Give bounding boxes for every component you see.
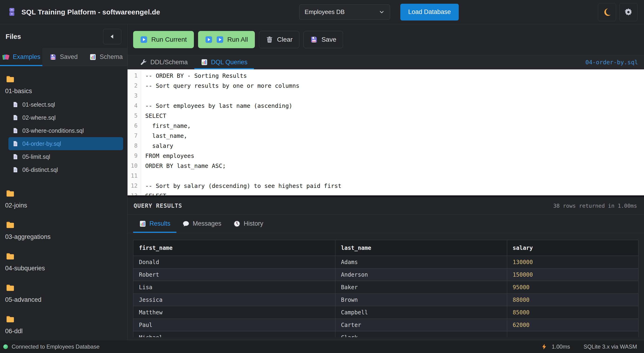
line-number: 3: [128, 91, 141, 101]
file-icon: [12, 140, 18, 147]
tab-messages[interactable]: Messages: [176, 214, 228, 233]
cell-first-name: Paul: [133, 319, 336, 331]
code-line: -- Sort by salary (descending) to see hi…: [145, 181, 644, 191]
bar-chart-icon: [201, 59, 208, 66]
line-number-gutter: 1 2 3 4 5 6 7 8 9 10 11 12 13: [128, 69, 141, 195]
play-icon: [205, 36, 212, 43]
cell-last-name: Campbell: [336, 306, 507, 319]
connection-text: Connected to Employees Database: [12, 343, 100, 350]
sql-code-editor[interactable]: 1 2 3 4 5 6 7 8 9 10 11 12 13 -- ORDER B…: [128, 69, 644, 195]
file-icon: [12, 114, 18, 121]
folder-01-basics[interactable]: 01-basics: [0, 69, 127, 95]
clear-button[interactable]: Clear: [259, 31, 299, 48]
file-label: 05-limit.sql: [22, 153, 50, 160]
panel-resize-handle[interactable]: [128, 195, 644, 197]
tab-label: Schema: [100, 53, 123, 61]
app-window: SQL Training Platform - softwareengel.de…: [0, 0, 644, 353]
folder-02-joins[interactable]: 02-joins: [0, 184, 127, 209]
table-row: Paul Carter 62000: [133, 319, 638, 331]
folder-label: 02-joins: [5, 202, 122, 209]
chevron-down-icon: [379, 9, 385, 15]
run-current-button[interactable]: Run Current: [133, 31, 194, 48]
tab-history[interactable]: History: [228, 214, 269, 233]
code-line: -- ORDER BY - Sorting Results: [145, 71, 644, 81]
cell-salary: [507, 331, 638, 337]
cell-first-name: Jessica: [133, 294, 336, 306]
file-06-distinct[interactable]: 06-distinct.sql: [8, 163, 123, 176]
results-table-container[interactable]: first_name last_name salary Donald Adams…: [133, 240, 638, 337]
main-content: Run Current Run All Clear Save: [128, 24, 644, 340]
tab-label: Messages: [193, 220, 221, 227]
code-line: SELECT: [145, 191, 644, 195]
line-number: 4: [128, 101, 141, 111]
file-05-limit[interactable]: 05-limit.sql: [8, 150, 123, 163]
file-label: 02-where.sql: [22, 114, 56, 121]
line-number: 2: [128, 81, 141, 91]
status-bar: Connected to Employees Database 1.00ms S…: [0, 340, 644, 353]
folder-label: 01-basics: [5, 88, 122, 95]
file-04-order-by[interactable]: 04-order-by.sql: [8, 137, 123, 150]
code-line: [145, 91, 644, 101]
tab-saved[interactable]: Saved: [42, 48, 85, 66]
line-number: 6: [128, 121, 141, 131]
database-icon: [7, 7, 17, 18]
cell-first-name: Donald: [133, 256, 336, 268]
run-all-button[interactable]: Run All: [198, 31, 255, 48]
folder-icon: [5, 220, 15, 230]
table-row: Donald Adams 130000: [133, 256, 638, 268]
table-row: Matthew Campbell 85000: [133, 306, 638, 319]
file-03-where-conditions[interactable]: 03-where-conditions.sql: [8, 124, 123, 137]
cell-salary: 85000: [507, 306, 638, 319]
folder-05-advanced[interactable]: 05-advanced: [0, 278, 127, 303]
cell-last-name: Adams: [336, 256, 507, 268]
file-icon: [12, 153, 18, 160]
cell-salary: 130000: [507, 256, 638, 268]
save-button[interactable]: Save: [304, 31, 343, 48]
folder-03-aggregations[interactable]: 03-aggregations: [0, 215, 127, 240]
tab-label: Results: [150, 220, 170, 227]
wrench-icon: [140, 59, 147, 66]
folder-04-subqueries[interactable]: 04-subqueries: [0, 247, 127, 272]
file-label: 06-distinct.sql: [22, 166, 58, 173]
gear-icon: [624, 8, 633, 17]
theme-toggle-button[interactable]: [598, 3, 616, 21]
bar-chart-icon: [89, 54, 96, 61]
database-select[interactable]: Employees DB: [299, 5, 390, 20]
code-line: FROM employees: [145, 151, 644, 161]
tab-ddl-schema[interactable]: DDL/Schema: [134, 55, 194, 69]
load-database-button[interactable]: Load Database: [400, 4, 459, 21]
line-number: 9: [128, 151, 141, 161]
basics-files: 01-select.sql 02-where.sql 03-where-cond…: [0, 98, 127, 178]
file-01-select[interactable]: 01-select.sql: [8, 98, 123, 111]
collapse-sidebar-button[interactable]: [103, 29, 121, 44]
engine-info: SQLite 3.x via WASM: [584, 343, 637, 350]
top-bar: SQL Training Platform - softwareengel.de…: [0, 0, 644, 24]
save-label: Save: [322, 36, 336, 43]
line-number: 1: [128, 71, 141, 81]
folder-icon: [5, 314, 15, 324]
run-all-label: Run All: [228, 36, 248, 43]
code-line: last_name,: [145, 131, 644, 141]
cell-first-name: Robert: [133, 268, 336, 281]
table-row: Jessica Brown 88000: [133, 294, 638, 306]
tab-dql-queries[interactable]: DQL Queries: [194, 55, 254, 69]
file-label: 03-where-conditions.sql: [22, 127, 84, 134]
cell-last-name: Anderson: [336, 268, 507, 281]
statusbar-right: 1.00ms SQLite 3.x via WASM: [541, 343, 637, 350]
code-line: first_name,: [145, 121, 644, 131]
settings-button[interactable]: [619, 3, 638, 21]
tab-schema[interactable]: Schema: [85, 48, 127, 66]
folder-label: 03-aggregations: [5, 233, 122, 240]
folder-icon: [5, 283, 15, 292]
green-dot-icon: [3, 344, 8, 349]
run-current-label: Run Current: [151, 36, 187, 43]
column-header: last_name: [336, 240, 507, 256]
tab-results[interactable]: Results: [133, 214, 176, 233]
column-header: first_name: [133, 240, 336, 256]
file-02-where[interactable]: 02-where.sql: [8, 111, 123, 124]
folder-06-ddl[interactable]: 06-ddl: [0, 309, 127, 335]
table-row-partial: Michael Clark: [133, 331, 638, 337]
connection-status: Connected to Employees Database: [3, 343, 100, 350]
tab-examples[interactable]: Examples: [0, 48, 42, 66]
cell-last-name: Brown: [336, 294, 507, 306]
